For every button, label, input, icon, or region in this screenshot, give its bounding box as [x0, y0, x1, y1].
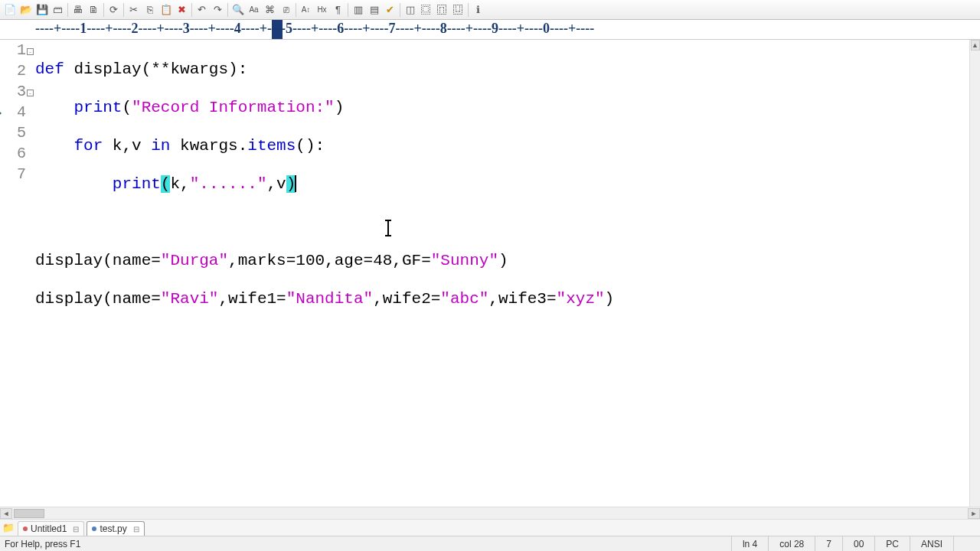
status-zero: 00: [842, 536, 874, 551]
preview-icon[interactable]: 🗎: [86, 2, 102, 18]
tab-testpy[interactable]: test.py ⊟: [87, 521, 144, 536]
find-icon[interactable]: 🔍: [230, 2, 246, 18]
help-icon[interactable]: ℹ: [470, 2, 486, 18]
main-toolbar: 📄 📂 💾 🗃 🖶 🗎 ⟳ ✂ ⎘ 📋 ✖ ↶ ↷ 🔍 Aa ⌘ ⎚ A↕ Hx…: [0, 0, 980, 20]
status-line: ln 4: [731, 536, 768, 551]
cut-icon[interactable]: ✂: [126, 2, 142, 18]
panel1-icon[interactable]: ▥: [350, 2, 366, 18]
new-icon[interactable]: 📄: [2, 2, 18, 18]
line-number: 3-: [0, 83, 32, 103]
line-number: 5: [0, 124, 32, 145]
scroll-up-icon[interactable]: ▲: [971, 40, 980, 51]
vertical-scrollbar[interactable]: ▲: [969, 40, 980, 507]
column-ruler: ----+----1----+----2----+----3----+----4…: [0, 20, 980, 40]
separator: [227, 3, 228, 17]
modified-dot-icon: [23, 527, 28, 531]
close-icon[interactable]: ⊟: [73, 525, 79, 533]
caret: [295, 175, 296, 192]
separator: [348, 3, 348, 17]
separator: [103, 3, 104, 17]
hex-icon[interactable]: Hx: [314, 2, 330, 18]
redo-icon[interactable]: ↷: [210, 2, 226, 18]
panel2-icon[interactable]: ▤: [366, 2, 382, 18]
check-icon[interactable]: ✔: [382, 2, 398, 18]
document-tabs: 📁 Untitled1 ⊟ test.py ⊟: [0, 519, 980, 536]
separator: [67, 3, 68, 17]
status-linecount: 7: [815, 536, 842, 551]
status-col: col 28: [768, 536, 815, 551]
line-number: 7: [0, 165, 32, 186]
separator: [123, 3, 124, 17]
current-line-icon: [0, 109, 2, 117]
separator: [468, 3, 469, 17]
scroll-left-icon[interactable]: ◄: [0, 508, 12, 519]
win1-icon[interactable]: ◫: [402, 2, 418, 18]
tab-untitled1[interactable]: Untitled1 ⊟: [18, 521, 84, 536]
horizontal-scrollbar[interactable]: ◄ ►: [0, 507, 980, 519]
undo-icon[interactable]: ↶: [194, 2, 210, 18]
scroll-thumb[interactable]: [14, 509, 44, 518]
ruler-text: ----+----1----+----2----+----3----+----4…: [35, 21, 594, 37]
code-editor[interactable]: def display(**kwargs): print("Record Inf…: [32, 40, 980, 507]
save-icon[interactable]: 💾: [34, 2, 50, 18]
open-icon[interactable]: 📂: [18, 2, 34, 18]
tab-label: Untitled1: [31, 523, 67, 534]
folder-icon[interactable]: 📁: [2, 520, 15, 536]
line-number: 2: [0, 62, 32, 83]
line-number-gutter: 1- 2 3- 4 5 6 7: [0, 40, 32, 507]
status-mode: PC: [874, 536, 910, 551]
separator: [296, 3, 296, 17]
separator: [400, 3, 400, 17]
print-icon[interactable]: 🖶: [70, 2, 86, 18]
win4-icon[interactable]: ⿶: [450, 2, 466, 18]
separator: [191, 3, 192, 17]
status-help: For Help, press F1: [5, 539, 80, 549]
line-number: 1-: [0, 41, 32, 62]
status-bar: For Help, press F1 ln 4 col 28 7 00 PC A…: [0, 536, 980, 551]
refresh-icon[interactable]: ⟳: [106, 2, 122, 18]
copy-icon[interactable]: ⎘: [142, 2, 158, 18]
paste-icon[interactable]: 📋: [158, 2, 174, 18]
win2-icon[interactable]: ⿴: [418, 2, 434, 18]
tab-label: test.py: [100, 523, 126, 534]
status-encoding: ANSI: [910, 536, 953, 551]
editor-area: 1- 2 3- 4 5 6 7 def display(**kwargs): p…: [0, 40, 980, 507]
saveall-icon[interactable]: 🗃: [50, 2, 66, 18]
file-dot-icon: [92, 527, 96, 531]
line-number: 6: [0, 145, 32, 165]
fontsize-icon[interactable]: A↕: [298, 2, 314, 18]
pilcrow-icon[interactable]: ¶: [330, 2, 346, 18]
close-icon[interactable]: ⊟: [133, 525, 139, 533]
ibeam-cursor-icon: [387, 220, 389, 236]
scroll-right-icon[interactable]: ►: [968, 508, 980, 519]
line-number: 4: [0, 103, 32, 124]
win3-icon[interactable]: ⿵: [434, 2, 450, 18]
clear-icon[interactable]: ⎚: [278, 2, 294, 18]
findcase-icon[interactable]: Aa: [246, 2, 262, 18]
link-icon[interactable]: ⌘: [262, 2, 278, 18]
delete-icon[interactable]: ✖: [174, 2, 190, 18]
